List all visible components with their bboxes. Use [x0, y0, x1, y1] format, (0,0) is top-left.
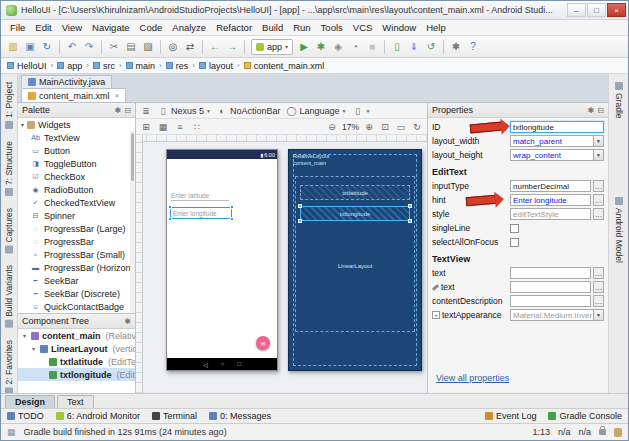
tool-window-tab-build-variants[interactable]: Build Variants: [4, 265, 14, 328]
tab-design[interactable]: Design: [5, 395, 55, 408]
zoom-out-icon[interactable]: ⊖: [326, 122, 338, 132]
design-canvas[interactable]: ▮ 6:00 Enter latitude Enter longitude: [136, 135, 427, 393]
palette-item-textview[interactable]: AbTextView: [18, 131, 135, 144]
inspections-profile-icon[interactable]: [614, 428, 622, 437]
coverage-icon[interactable]: ◈: [330, 39, 346, 55]
selection-handle[interactable]: [408, 219, 412, 223]
tool-window-tab-1-project[interactable]: 1: Project: [4, 82, 14, 129]
tab-content-main-xml[interactable]: content_main.xml ×: [21, 88, 126, 102]
selection-handle[interactable]: [408, 204, 412, 208]
prop-value-text[interactable]: [510, 267, 591, 279]
palette-item-checkbox[interactable]: ☑CheckBox: [18, 170, 135, 183]
tool-window-button-0-messages[interactable]: 0: Messages: [209, 411, 271, 421]
tool-window-switcher-icon[interactable]: ▦: [7, 427, 16, 437]
palette-item-spinner[interactable]: ⊟Spinner: [18, 209, 135, 222]
breadcrumb-item-main[interactable]: main: [126, 61, 156, 71]
tree-item-txtlatitude[interactable]: txtlatitude(EditText): [18, 355, 135, 368]
selection-handle[interactable]: [168, 217, 172, 221]
prop-value-textappearance[interactable]: Material.Medium.Inverse: [510, 309, 594, 321]
forward-icon[interactable]: →: [224, 39, 240, 55]
tool-window-tab-2-favorites[interactable]: 2: Favorites: [4, 340, 14, 393]
undo-icon[interactable]: ↶: [64, 39, 80, 55]
gear-icon[interactable]: ✱: [115, 106, 122, 115]
copy-icon[interactable]: ▤: [123, 39, 139, 55]
ellipsis-button[interactable]: …: [593, 281, 604, 293]
encoding-indicator[interactable]: n/a: [578, 427, 591, 437]
prop-value-style[interactable]: editTextStyle: [510, 208, 591, 220]
selection-handle[interactable]: [230, 217, 234, 221]
minimize-button[interactable]: –: [567, 3, 586, 17]
selection-handle[interactable]: [168, 205, 172, 209]
cut-icon[interactable]: ✂: [106, 39, 122, 55]
gear-icon[interactable]: ✱: [124, 317, 131, 326]
gradle-sync-icon[interactable]: ↺: [423, 39, 439, 55]
selection-handle[interactable]: [298, 204, 302, 208]
menu-file[interactable]: File: [5, 20, 30, 35]
dots-icon[interactable]: ∷: [191, 122, 203, 132]
profiler-icon[interactable]: ◔: [347, 39, 363, 55]
menu-run[interactable]: Run: [288, 20, 315, 35]
palette-item-quickcontactbadge[interactable]: ☺QuickContactBadge: [18, 300, 135, 313]
menu-window[interactable]: Window: [377, 20, 421, 35]
ellipsis-button[interactable]: …: [593, 295, 604, 307]
refresh-icon[interactable]: ↻: [411, 122, 423, 132]
dropdown-caret-icon[interactable]: ▼: [594, 135, 604, 147]
grid-icon[interactable]: ⊞: [140, 122, 152, 132]
theme-selector[interactable]: ◐ NoActionBar: [216, 106, 281, 116]
help-icon[interactable]: ?: [465, 39, 481, 55]
tool-window-tab-captures[interactable]: Captures: [4, 208, 14, 254]
palette-item-checkedtextview[interactable]: ✓CheckedTextView: [18, 196, 135, 209]
blueprint-txtlongitude[interactable]: txtlongitude: [300, 206, 410, 221]
device-selector[interactable]: ▯ Nexus 5 ▼: [157, 106, 211, 116]
dropdown-caret-icon[interactable]: ▼: [594, 149, 604, 161]
debug-icon[interactable]: ✱: [313, 39, 329, 55]
palette-scrollbar[interactable]: [130, 131, 135, 313]
ellipsis-button[interactable]: …: [593, 194, 604, 206]
save-icon[interactable]: ▣: [22, 39, 38, 55]
view-all-properties-link[interactable]: View all properties: [436, 373, 509, 383]
tree-item-content-main[interactable]: ▾content_main(RelativeLa: [18, 329, 135, 342]
menu-view[interactable]: View: [57, 20, 87, 35]
palette-item-progressbar-horizontal[interactable]: ▬ProgressBar (Horizontal): [18, 261, 135, 274]
blueprint-txtlatitude[interactable]: txtlatitude: [300, 185, 410, 200]
palette-item-radiobutton[interactable]: ◉RadioButton: [18, 183, 135, 196]
menu-navigate[interactable]: Navigate: [87, 20, 135, 35]
prop-checkbox-singleline[interactable]: [510, 224, 519, 233]
gear-icon[interactable]: ✱: [588, 106, 595, 115]
snap-icon[interactable]: ▦: [157, 122, 169, 132]
settings-icon[interactable]: ✱: [448, 39, 464, 55]
prop-checkbox-selectallonfocus[interactable]: [510, 238, 519, 247]
prop-value-layout-height[interactable]: wrap_content: [510, 149, 594, 161]
orientation-selector[interactable]: ▯ ▼: [352, 106, 371, 116]
palette-item-seekbar[interactable]: ╾SeekBar: [18, 274, 135, 287]
paste-icon[interactable]: ▨: [140, 39, 156, 55]
prop-value-contentdescription[interactable]: [510, 295, 591, 307]
menu-help[interactable]: Help: [421, 20, 451, 35]
palette-item-seekbar-discrete[interactable]: ╍SeekBar (Discrete): [18, 287, 135, 300]
tree-item-txtlongitude[interactable]: txtlongitude(EditText): [18, 368, 135, 381]
blueprint-preview[interactable]: RelativeLayout content_main txtlatitude …: [288, 149, 422, 371]
tool-window-button-6-android-monitor[interactable]: 6: Android Monitor: [56, 411, 140, 421]
menu-analyze[interactable]: Analyze: [167, 20, 211, 35]
tab-text[interactable]: Text: [57, 395, 94, 408]
prop-value-text[interactable]: [510, 281, 591, 293]
sync-icon[interactable]: ↻: [39, 39, 55, 55]
stop-icon[interactable]: ■: [364, 39, 380, 55]
menu-code[interactable]: Code: [135, 20, 168, 35]
menu-vcs[interactable]: VCS: [348, 20, 378, 35]
menu-tools[interactable]: Tools: [316, 20, 348, 35]
palette-item-progressbar-small[interactable]: ∘ProgressBar (Small): [18, 248, 135, 261]
ellipsis-button[interactable]: …: [593, 208, 604, 220]
tool-window-tab-gradle[interactable]: Gradle: [614, 82, 624, 119]
device-preview[interactable]: ▮ 6:00 Enter latitude Enter longitude: [166, 149, 278, 371]
ellipsis-button[interactable]: …: [593, 180, 604, 192]
fab-button[interactable]: ✉: [256, 336, 270, 350]
menu-refactor[interactable]: Refactor: [211, 20, 257, 35]
palette-group-widgets[interactable]: ▾ Widgets: [18, 118, 135, 131]
redo-icon[interactable]: ↷: [81, 39, 97, 55]
prop-value-id[interactable]: txtlongitude: [510, 121, 604, 133]
expand-icon[interactable]: +: [432, 311, 440, 319]
breadcrumb-item-app[interactable]: app: [57, 61, 82, 71]
guidelines-icon[interactable]: ≡: [174, 122, 186, 132]
blueprint-linearlayout[interactable]: txtlatitude txtlongitude LinearLayout: [295, 176, 415, 332]
